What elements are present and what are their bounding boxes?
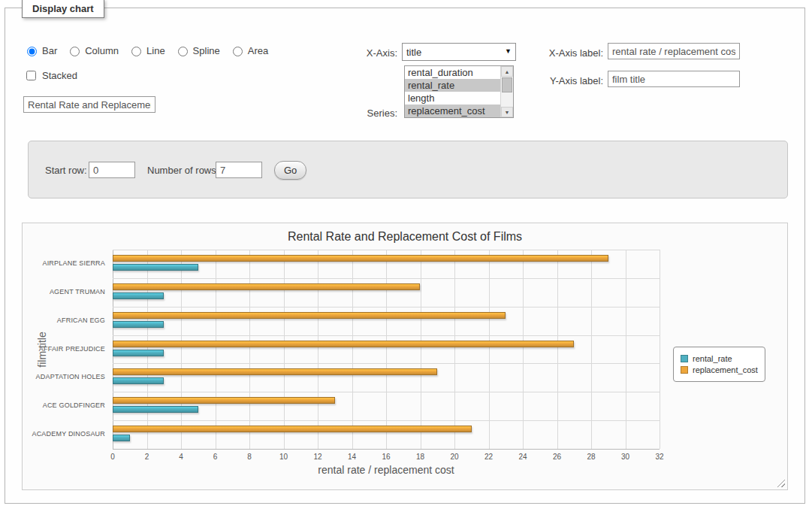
gridline <box>113 307 660 308</box>
gridline <box>113 250 660 250</box>
scrollbar-track[interactable] <box>501 93 513 107</box>
x-tick-label: 16 <box>382 453 390 461</box>
chart-legend: rental_ratereplacement_cost <box>673 347 765 382</box>
bar-rental_rate[interactable] <box>113 321 164 328</box>
num-rows-input[interactable] <box>216 162 262 178</box>
category-label: AFFAIR PREJUDICE <box>23 335 105 364</box>
num-rows-label: Number of rows: <box>147 165 219 176</box>
gridline <box>216 250 216 449</box>
category-label: AGENT TRUMAN <box>23 278 105 307</box>
bar-rental_rate[interactable] <box>113 435 130 441</box>
bar-replacement_cost[interactable] <box>113 283 420 290</box>
x-tick-label: 14 <box>348 453 356 461</box>
gridline <box>489 250 490 449</box>
legend-label: replacement_cost <box>693 365 758 374</box>
gridline <box>113 449 660 450</box>
x-axis-title: rental rate / replacement cost <box>318 464 454 476</box>
series-option[interactable]: rental_rate <box>405 79 500 92</box>
legend-label: rental_rate <box>693 354 732 363</box>
legend-item[interactable]: rental_rate <box>681 354 758 363</box>
chart-type-option[interactable]: Bar <box>23 44 57 56</box>
legend-item[interactable]: replacement_cost <box>681 365 758 374</box>
x-tick-label: 30 <box>621 453 629 461</box>
gridline <box>318 250 318 449</box>
x-tick-label: 10 <box>279 453 288 461</box>
bar-replacement_cost[interactable] <box>113 255 608 262</box>
chart-title-input[interactable] <box>23 96 155 113</box>
resize-handle-icon[interactable] <box>777 479 785 487</box>
series-option[interactable]: replacement_cost <box>405 105 500 117</box>
display-chart-fieldset: Display chart BarColumnLineSplineArea St… <box>5 8 805 504</box>
x-tick-label: 26 <box>553 453 561 461</box>
chart-type-option[interactable]: Spline <box>174 44 220 56</box>
chart-type-radio[interactable] <box>70 47 80 56</box>
bar-rental_rate[interactable] <box>113 406 198 413</box>
x-tick-label: 2 <box>145 453 149 461</box>
category-label: AIRPLANE SIERRA <box>23 250 105 278</box>
x-tick-label: 8 <box>247 453 252 461</box>
series-option[interactable]: rental_duration <box>405 66 500 79</box>
x-tick-label: 24 <box>518 453 527 461</box>
bar-rental_rate[interactable] <box>113 377 164 384</box>
chart-container: Rental Rate and Replacement Cost of Film… <box>22 223 788 490</box>
chart-title: Rental Rate and Replacement Cost of Film… <box>23 230 787 244</box>
chart-type-option-label: Line <box>146 45 165 56</box>
x-tick-label: 22 <box>484 453 493 461</box>
x-axis-label-field-label: X-Axis label: <box>491 47 603 59</box>
bar-replacement_cost[interactable] <box>113 426 472 432</box>
chart-type-option[interactable]: Line <box>128 44 165 56</box>
legend-swatch <box>681 366 688 374</box>
chart-type-option[interactable]: Area <box>229 44 268 56</box>
bar-rental_rate[interactable] <box>113 350 164 356</box>
plot-area: 02468101214161820222426283032 <box>113 250 660 449</box>
go-button[interactable]: Go <box>274 161 306 180</box>
gridline <box>386 250 387 449</box>
y-axis-title: film title <box>36 312 48 387</box>
fieldset-legend: Display chart <box>22 0 104 18</box>
stacked-option[interactable]: Stacked <box>23 68 77 83</box>
gridline <box>591 250 592 449</box>
category-label: ADAPTATION HOLES <box>23 363 105 392</box>
scroll-down-icon[interactable]: ▼ <box>501 107 513 117</box>
x-tick-label: 6 <box>213 453 218 461</box>
x-tick-label: 18 <box>416 453 424 461</box>
y-axis-label-field-label: Y-Axis label: <box>491 75 603 86</box>
gridline <box>352 250 353 449</box>
series-options: rental_durationrental_ratelengthreplacem… <box>405 66 500 117</box>
chart-type-option[interactable]: Column <box>66 44 119 56</box>
start-row-input[interactable] <box>89 162 135 178</box>
x-axis-select-label: X-Axis: <box>321 47 397 59</box>
x-tick-label: 12 <box>313 453 321 461</box>
series-scrollbar[interactable]: ▲ ▼ <box>500 66 513 117</box>
bar-replacement_cost[interactable] <box>113 341 574 347</box>
gridline <box>660 250 660 449</box>
series-select-label: Series: <box>321 108 397 119</box>
chart-type-radio[interactable] <box>233 47 243 56</box>
chart-type-option-label: Area <box>248 45 268 56</box>
series-listbox[interactable]: rental_durationrental_ratelengthreplacem… <box>404 65 514 118</box>
x-tick-label: 32 <box>655 453 663 461</box>
bar-rental_rate[interactable] <box>113 264 198 271</box>
chart-type-radio[interactable] <box>27 47 37 56</box>
x-tick-label: 28 <box>587 453 595 461</box>
bar-rental_rate[interactable] <box>113 292 164 299</box>
series-option[interactable]: length <box>405 92 500 105</box>
x-tick-label: 4 <box>179 453 183 461</box>
chart-type-option-label: Bar <box>42 45 57 56</box>
stacked-checkbox[interactable] <box>26 71 36 80</box>
page: Display chart BarColumnLineSplineArea St… <box>0 0 812 512</box>
y-axis-label-input[interactable] <box>608 71 740 87</box>
gridline <box>113 335 660 336</box>
rows-fieldset: Start row: Number of rows: Go <box>28 141 788 198</box>
x-axis-label-input[interactable] <box>608 43 740 59</box>
chart-type-radio[interactable] <box>131 47 141 56</box>
gridline <box>113 363 660 364</box>
gridline <box>113 392 660 392</box>
chart-type-radio[interactable] <box>178 47 188 56</box>
bar-replacement_cost[interactable] <box>113 368 437 375</box>
chart-type-option-label: Column <box>85 45 119 56</box>
legend-swatch <box>681 355 688 362</box>
bar-replacement_cost[interactable] <box>113 397 335 404</box>
bar-replacement_cost[interactable] <box>113 312 506 319</box>
gridline <box>557 250 558 449</box>
